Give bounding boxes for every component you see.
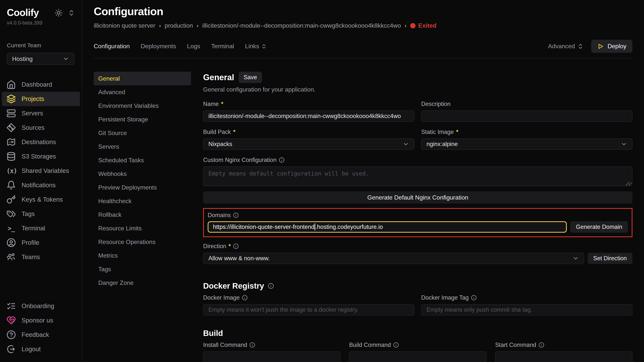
subnav-general[interactable]: General bbox=[94, 72, 191, 85]
sidebar-item-profile[interactable]: Profile bbox=[2, 236, 80, 250]
docker-image-input[interactable] bbox=[203, 304, 414, 316]
set-direction-button[interactable]: Set Direction bbox=[588, 253, 632, 264]
sidebar-item-projects[interactable]: Projects bbox=[2, 92, 80, 106]
sidebar-item-shared-variables[interactable]: (x) Shared Variables bbox=[2, 164, 80, 178]
user-circle-icon bbox=[6, 238, 16, 247]
status-dot-icon bbox=[410, 23, 416, 28]
generate-domain-button[interactable]: Generate Domain bbox=[570, 221, 628, 233]
subnav-rollback[interactable]: Rollback bbox=[94, 208, 191, 222]
theme-sun-icon[interactable] bbox=[54, 9, 63, 17]
sidebar-item-tags[interactable]: Tags bbox=[2, 207, 80, 221]
map-icon bbox=[6, 137, 16, 147]
name-input[interactable] bbox=[203, 110, 414, 122]
sidebar-item-terminal[interactable]: >_ Terminal bbox=[2, 221, 80, 236]
info-icon bbox=[538, 342, 544, 348]
config-subnav: General Advanced Environment Variables P… bbox=[94, 72, 191, 362]
team-select-value: Hosting bbox=[12, 55, 33, 62]
chevron-right-icon: › bbox=[159, 23, 161, 29]
deploy-button[interactable]: Deploy bbox=[591, 40, 632, 53]
team-select[interactable]: Hosting bbox=[7, 53, 74, 65]
subnav-danger-zone[interactable]: Danger Zone bbox=[94, 276, 191, 290]
chevrons-up-down-icon bbox=[577, 43, 584, 49]
breadcrumb-environment[interactable]: production bbox=[165, 22, 193, 29]
git-diamond-icon bbox=[6, 123, 16, 132]
info-icon bbox=[471, 295, 477, 301]
subnav-environment-variables[interactable]: Environment Variables bbox=[94, 99, 191, 112]
sidebar-item-notifications[interactable]: Notifications bbox=[2, 178, 80, 192]
subnav-tags[interactable]: Tags bbox=[94, 262, 191, 276]
sidebar-item-teams[interactable]: Teams bbox=[2, 250, 80, 264]
required-asterisk: * bbox=[228, 243, 231, 250]
subnav-servers[interactable]: Servers bbox=[94, 140, 191, 153]
info-icon bbox=[268, 283, 274, 289]
direction-label: Direction* bbox=[203, 243, 632, 250]
info-icon bbox=[279, 157, 284, 163]
custom-nginx-label: Custom Nginx Configuration bbox=[203, 157, 632, 163]
theme-chevrons-icon[interactable] bbox=[68, 9, 75, 16]
build-command-label: Build Command bbox=[349, 342, 486, 348]
database-icon bbox=[6, 152, 16, 161]
install-command-label: Install Command bbox=[203, 342, 340, 348]
sidebar-item-s3-storages[interactable]: Shared Variables S3 Storages bbox=[2, 149, 80, 164]
subnav-resource-limits[interactable]: Resource Limits bbox=[94, 222, 191, 235]
custom-nginx-textarea[interactable] bbox=[203, 166, 632, 186]
subnav-webhooks[interactable]: Webhooks bbox=[94, 167, 191, 181]
build-pack-label: Build Pack* bbox=[203, 129, 414, 135]
status-badge: Exited bbox=[410, 22, 436, 29]
subnav-metrics[interactable]: Metrics bbox=[94, 249, 191, 262]
domains-input[interactable]: https://illicitonion-quote-server-fronte… bbox=[208, 221, 567, 233]
app-logo: Coolify bbox=[7, 7, 39, 18]
sidebar-item-sponsor-us[interactable]: Sponsor us bbox=[2, 313, 80, 328]
sidebar-item-dashboard[interactable]: Dashboard bbox=[2, 77, 80, 92]
description-input[interactable] bbox=[421, 110, 632, 122]
chevron-down-icon bbox=[621, 141, 627, 147]
static-image-label: Static Image* bbox=[421, 129, 632, 135]
breadcrumb-application[interactable]: illicitestonion/-module--decomposition:m… bbox=[202, 22, 401, 29]
advanced-toggle[interactable]: Advanced bbox=[548, 43, 584, 50]
sidebar-item-servers[interactable]: Servers bbox=[2, 106, 80, 120]
sidebar-item-logout[interactable]: Logout bbox=[2, 342, 80, 356]
subnav-persistent-storage[interactable]: Persistent Storage bbox=[94, 112, 191, 126]
chevrons-up-down-icon bbox=[261, 43, 267, 49]
start-command-input[interactable] bbox=[495, 352, 632, 362]
start-command-label: Start Command bbox=[495, 342, 632, 348]
play-icon bbox=[597, 43, 604, 50]
subnav-git-source[interactable]: Git Source bbox=[94, 126, 191, 140]
subnav-preview-deployments[interactable]: Preview Deployments bbox=[94, 181, 191, 194]
app-version: v4.0.0-beta.399 bbox=[0, 18, 82, 26]
chevron-down-icon bbox=[572, 255, 579, 262]
layers-icon bbox=[6, 94, 16, 104]
sidebar-item-keys-tokens[interactable]: Keys & Tokens bbox=[2, 192, 80, 207]
tab-logs[interactable]: Logs bbox=[187, 43, 200, 50]
subnav-advanced[interactable]: Advanced bbox=[94, 85, 191, 99]
build-command-input[interactable] bbox=[349, 352, 486, 362]
docker-image-tag-input[interactable] bbox=[421, 304, 632, 316]
generate-nginx-button[interactable]: Generate Default Nginx Configuration bbox=[203, 191, 632, 204]
key-icon bbox=[6, 195, 16, 204]
sidebar-item-destinations[interactable]: Destinations bbox=[2, 135, 80, 149]
subnav-healthcheck[interactable]: Healthcheck bbox=[94, 194, 191, 208]
tab-terminal[interactable]: Terminal bbox=[211, 43, 234, 50]
breadcrumb-project[interactable]: illicitonion quote server bbox=[94, 22, 156, 29]
sidebar-item-sources[interactable]: Sources bbox=[2, 120, 80, 135]
sidebar-item-onboarding[interactable]: Onboarding bbox=[2, 299, 80, 313]
sidebar-item-feedback[interactable]: Feedback bbox=[2, 328, 80, 342]
save-button[interactable]: Save bbox=[239, 72, 262, 83]
help-circle-icon bbox=[6, 330, 16, 340]
static-image-select[interactable]: nginx:alpine bbox=[421, 138, 632, 150]
status-text: Exited bbox=[418, 22, 436, 29]
tab-configuration[interactable]: Configuration bbox=[94, 43, 130, 50]
tags-icon bbox=[6, 209, 16, 219]
general-subtitle: General configuration for your applicati… bbox=[203, 86, 632, 93]
bell-icon bbox=[6, 180, 16, 190]
docker-image-tag-label: Docker Image Tag bbox=[421, 294, 632, 301]
logout-icon bbox=[6, 345, 16, 354]
subnav-scheduled-tasks[interactable]: Scheduled Tasks bbox=[94, 153, 191, 167]
heart-handshake-icon bbox=[6, 316, 16, 325]
tab-links[interactable]: Links bbox=[245, 43, 267, 50]
build-pack-select[interactable]: Nixpacks bbox=[203, 138, 414, 150]
subnav-resource-operations[interactable]: Resource Operations bbox=[94, 235, 191, 249]
install-command-input[interactable] bbox=[203, 352, 340, 362]
direction-select[interactable]: Allow www & non-www. bbox=[203, 253, 584, 264]
tab-deployments[interactable]: Deployments bbox=[141, 43, 176, 50]
